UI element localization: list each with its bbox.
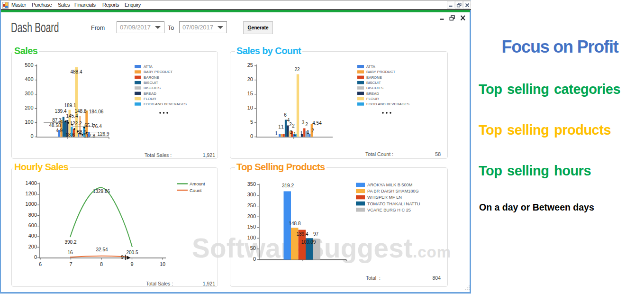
svg-text:BARONE: BARONE	[144, 75, 159, 80]
svg-text:1400: 1400	[26, 180, 37, 186]
svg-text:FLOUR: FLOUR	[366, 97, 379, 101]
svg-text:Total Count :: Total Count :	[365, 151, 393, 157]
svg-text:200.5: 200.5	[126, 250, 138, 255]
svg-text:400: 400	[28, 233, 37, 239]
svg-text:BISCUITS: BISCUITS	[144, 86, 161, 90]
svg-text:WHISPER MF LN: WHISPER MF LN	[367, 195, 402, 200]
svg-text:2: 2	[311, 128, 314, 133]
svg-text:PA BR DAISH SHAM180G: PA BR DAISH SHAM180G	[367, 189, 419, 193]
svg-text:117.8: 117.8	[84, 133, 96, 138]
svg-text:87.3: 87.3	[52, 118, 62, 123]
svg-text:300: 300	[25, 91, 33, 96]
svg-text:FLOUR: FLOUR	[144, 97, 156, 101]
svg-text:3: 3	[302, 120, 305, 125]
svg-text:184.06: 184.06	[89, 109, 104, 114]
svg-text:1: 1	[281, 124, 284, 129]
svg-text:BISCUIT: BISCUIT	[366, 81, 381, 85]
svg-text:250: 250	[247, 202, 256, 208]
svg-text:BABY PRODUCT: BABY PRODUCT	[366, 70, 396, 74]
svg-text:8: 8	[100, 261, 103, 267]
svg-text:126.9: 126.9	[97, 131, 109, 137]
svg-text:1,921: 1,921	[203, 281, 215, 286]
svg-text:1: 1	[307, 129, 309, 135]
svg-text:Total :: Total :	[366, 275, 381, 281]
svg-text:800: 800	[28, 212, 37, 218]
svg-text:319.2: 319.2	[282, 183, 294, 188]
svg-text:100.09: 100.09	[301, 239, 316, 245]
svg-text:BARONE: BARONE	[366, 75, 382, 80]
svg-text:300: 300	[247, 192, 256, 197]
svg-text:TOMATO THAKALI NATTU: TOMATO THAKALI NATTU	[367, 202, 420, 206]
svg-text:FOOD AND BEVERAGES: FOOD AND BEVERAGES	[366, 102, 409, 106]
svg-text:200: 200	[247, 213, 256, 219]
svg-text:1: 1	[275, 131, 278, 136]
svg-text:18.6: 18.6	[65, 132, 75, 138]
svg-text:Total Sales :: Total Sales :	[146, 281, 173, 286]
svg-text:32.54: 32.54	[96, 247, 108, 252]
svg-text:AROKYA MILK B 500M: AROKYA MILK B 500M	[367, 183, 412, 187]
svg-text:400: 400	[25, 76, 33, 82]
svg-text:BISCUIT: BISCUIT	[144, 81, 158, 85]
svg-text:9: 9	[121, 255, 124, 260]
svg-text:1: 1	[300, 131, 303, 136]
svg-text:4.54: 4.54	[312, 120, 322, 126]
svg-text:1,921: 1,921	[203, 152, 215, 158]
svg-text:1: 1	[293, 131, 296, 137]
svg-text:488.4: 488.4	[70, 69, 82, 74]
svg-text:0: 0	[30, 133, 33, 139]
svg-text:150: 150	[247, 224, 256, 230]
svg-text:58: 58	[435, 151, 441, 157]
svg-text:0: 0	[34, 254, 37, 260]
svg-text:500: 500	[25, 62, 33, 68]
svg-text:6: 6	[39, 261, 42, 267]
svg-text:BREAD: BREAD	[366, 92, 379, 96]
svg-text:VCARE BURG H C 25: VCARE BURG H C 25	[367, 208, 411, 212]
svg-text:4.9: 4.9	[56, 128, 63, 133]
svg-text:139.4: 139.4	[296, 231, 308, 237]
svg-text:122.2: 122.2	[70, 121, 82, 126]
svg-text:76.4: 76.4	[92, 124, 102, 129]
svg-text:Amount: Amount	[190, 181, 205, 186]
svg-text:1000: 1000	[26, 201, 37, 207]
svg-text:1329.86: 1329.86	[93, 189, 110, 194]
svg-text:148.8: 148.8	[289, 221, 300, 226]
svg-text:390.2: 390.2	[64, 239, 76, 245]
svg-text:ATTA: ATTA	[144, 64, 153, 69]
svg-text:100: 100	[247, 235, 256, 240]
svg-text:350: 350	[247, 181, 256, 187]
svg-text:6: 6	[284, 112, 287, 118]
svg-text:200: 200	[28, 244, 37, 249]
svg-text:2: 2	[305, 122, 308, 127]
svg-text:0: 0	[253, 256, 256, 262]
svg-text:22: 22	[294, 67, 300, 72]
svg-text:189.1: 189.1	[64, 103, 76, 108]
svg-text:804: 804	[432, 275, 441, 281]
svg-text:20: 20	[247, 76, 253, 82]
svg-text:145.4: 145.4	[66, 113, 78, 119]
svg-text:16: 16	[67, 250, 73, 255]
svg-text:BREAD: BREAD	[144, 92, 156, 96]
svg-text:100: 100	[25, 119, 33, 125]
svg-text:FOOD AND BEVERAGES: FOOD AND BEVERAGES	[144, 102, 187, 106]
svg-text:1200: 1200	[26, 191, 37, 196]
svg-text:Count: Count	[190, 188, 202, 193]
svg-text:10: 10	[247, 105, 253, 110]
svg-text:48.58: 48.58	[49, 123, 61, 128]
svg-text:200: 200	[25, 105, 33, 110]
svg-text:15: 15	[247, 91, 253, 96]
svg-text:25: 25	[247, 62, 253, 68]
svg-text:600: 600	[28, 222, 37, 228]
svg-text:BISCUITS: BISCUITS	[366, 86, 383, 90]
svg-text:9: 9	[130, 261, 133, 267]
svg-text:3: 3	[290, 129, 292, 135]
svg-text:0: 0	[250, 133, 253, 139]
svg-text:139.4: 139.4	[54, 109, 66, 114]
svg-text:2: 2	[292, 123, 295, 129]
svg-text:7: 7	[69, 261, 72, 267]
svg-text:Total Sales :: Total Sales :	[145, 152, 172, 158]
svg-text:50: 50	[250, 245, 256, 251]
svg-text:5: 5	[250, 119, 253, 125]
svg-text:BABY PRODUCT: BABY PRODUCT	[144, 70, 173, 74]
svg-text:ATTA: ATTA	[366, 64, 376, 69]
svg-text:97: 97	[313, 231, 319, 237]
